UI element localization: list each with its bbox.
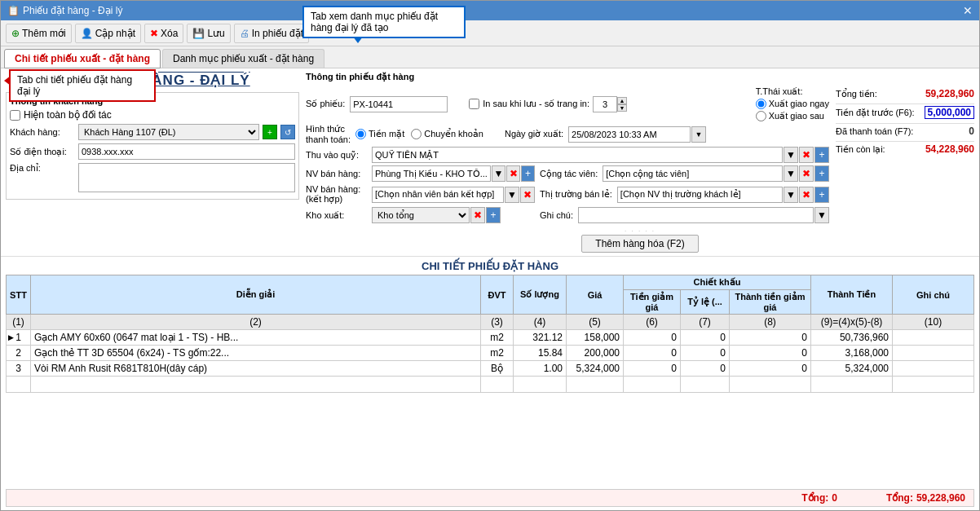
cell-ttgg-1: 0: [730, 330, 811, 346]
nv-ban-hang-kh-input[interactable]: [372, 187, 504, 203]
cell-dien-giai-2: Gạch thẻ TT 3D 65504 (6x24) - TS gốm:22.…: [31, 346, 481, 361]
tab-danh-muc[interactable]: Danh mục phiếu xuất - đặt hàng: [162, 49, 324, 68]
cong-tac-vien-clear[interactable]: ✖: [799, 165, 814, 182]
so-phieu-input[interactable]: [350, 96, 448, 112]
kho-xuat-clear[interactable]: ✖: [470, 207, 485, 223]
table-row: 3 Vòi RM Anh Rusit R681T810H(dây cáp) Bộ…: [7, 361, 974, 377]
cell-gia-3: 5,324,000: [567, 361, 624, 377]
tooltip-chi-tiet: Tab chi tiết phiếu đặt hàng đại lý: [9, 69, 156, 102]
cap-nhat-button[interactable]: 👤 Cập nhật: [75, 24, 141, 43]
nv-ban-hang-label: NV bán hàng:: [306, 169, 367, 178]
nv-ban-hang-input[interactable]: [372, 165, 491, 182]
xoa-icon: ✖: [150, 28, 158, 39]
nv-ban-hang-dropdown[interactable]: ▼: [492, 165, 505, 182]
thu-vao-quy-label: Thu vào quỹ:: [306, 150, 367, 161]
tien-mat-radio[interactable]: [355, 129, 366, 139]
t-thai-xuat-label: T.Thái xuất:: [756, 86, 829, 97]
khach-hang-row: Khách hàng: Khách Hàng 1107 (ĐL) + ↺: [10, 124, 295, 140]
nv-ban-hang-kh-clear[interactable]: ✖: [520, 187, 535, 203]
so-trang-down[interactable]: ▼: [617, 104, 627, 112]
col-dien-giai: Diễn giải: [31, 275, 481, 315]
kho-xuat-add[interactable]: +: [486, 207, 501, 223]
ngay-gio-xuat-input[interactable]: [568, 126, 691, 143]
sub-so-luong: (4): [514, 315, 567, 330]
so-dien-thoai-label: Số điện thoại:: [10, 147, 75, 157]
cell-so-luong-2: 15.84: [514, 346, 567, 361]
in-phieu-button[interactable]: 🖨 In phiếu đặt: [234, 24, 309, 43]
thu-vao-quy-input[interactable]: [372, 147, 783, 163]
dia-chi-input[interactable]: [78, 163, 295, 192]
cell-tt-1: 50,736,960: [811, 330, 893, 346]
khach-hang-refresh-btn[interactable]: ↺: [280, 125, 295, 139]
them-hang-hoa-button[interactable]: Thêm hàng hóa (F2): [581, 235, 698, 253]
footer-tong-tien-label: Tổng:: [886, 492, 913, 504]
cong-tac-vien-add[interactable]: +: [814, 165, 829, 182]
sub-dien-giai: (2): [31, 315, 481, 330]
col-dvt: ĐVT: [481, 275, 514, 315]
nv-ban-hang-kh-label: NV bán hàng:(kết hợp): [306, 184, 367, 205]
dia-chi-label: Địa chỉ:: [10, 163, 75, 174]
sub-tien-giam-gia: (6): [624, 315, 681, 330]
cong-tac-vien-input[interactable]: [603, 165, 783, 182]
in-sau-checkbox[interactable]: [469, 99, 479, 109]
xuat-giao-sau-radio[interactable]: [756, 111, 766, 121]
khach-hang-add-btn[interactable]: +: [263, 125, 277, 139]
tab-chi-tiet[interactable]: Chi tiết phiếu xuất - đặt hàng: [4, 49, 161, 68]
summary-panel: Tổng tiền: 59,228,960 Tiền đặt trước (F6…: [836, 86, 974, 223]
tien-con-lai-value: 54,228,960: [925, 143, 974, 155]
xuat-giao-sau-label: Xuất giao sau: [769, 111, 824, 121]
cong-tac-vien-dropdown[interactable]: ▼: [784, 165, 798, 182]
thu-vao-quy-add[interactable]: +: [814, 147, 829, 163]
chuyen-khoan-radio[interactable]: [411, 129, 422, 139]
add-icon: ⊕: [11, 28, 20, 39]
thi-truong-ban-le-clear[interactable]: ✖: [799, 187, 814, 203]
cell-gc-1: [893, 330, 974, 346]
thi-truong-ban-le-add[interactable]: +: [814, 187, 829, 203]
nv-ban-hang-add[interactable]: +: [521, 165, 535, 182]
cell-tt-3: 5,324,000: [811, 361, 893, 377]
them-moi-button[interactable]: ⊕ Thêm mới: [6, 24, 72, 43]
form-top-row: Số phiếu: In sau khi lưu - số trang in: …: [306, 86, 974, 223]
ghi-chu-label: Ghi chú:: [540, 210, 573, 220]
cell-gia-2: 200,000: [567, 346, 624, 361]
in-icon: 🖨: [240, 28, 249, 39]
xuat-giao-ngay-label: Xuất giao ngay: [769, 99, 829, 109]
nv-ban-hang-clear[interactable]: ✖: [506, 165, 520, 182]
them-moi-label: Thêm mới: [22, 28, 66, 39]
hien-toan-bo-checkbox[interactable]: [10, 110, 20, 121]
cell-so-luong-1: 321.12: [514, 330, 567, 346]
so-trang-up[interactable]: ▲: [617, 97, 627, 104]
nv-ban-hang-kh-dropdown[interactable]: ▼: [505, 187, 519, 203]
cell-ttgg-3: 0: [730, 361, 811, 377]
thu-vao-quy-dropdown[interactable]: ▼: [784, 147, 798, 163]
col-gia: Giá: [567, 275, 624, 315]
xoa-button[interactable]: ✖ Xóa: [144, 24, 183, 43]
cell-so-luong-3: 1.00: [514, 361, 567, 377]
thu-vao-quy-clear[interactable]: ✖: [799, 147, 814, 163]
luu-label: Lưu: [207, 28, 224, 39]
hinh-thuc-label: Hình thứcthanh toán:: [306, 124, 351, 144]
thi-truong-ban-le-dropdown[interactable]: ▼: [784, 187, 798, 203]
hien-toan-bo-row: Hiện toàn bộ đối tác: [10, 109, 295, 121]
luu-button[interactable]: 💾 Lưu: [187, 24, 230, 43]
table-row: 2 Gạch thẻ TT 3D 65504 (6x24) - TS gốm:2…: [7, 346, 974, 361]
col-thanh-tien-giam-gia: Thành tiền giảm giá: [730, 290, 811, 315]
xuat-giao-ngay-radio[interactable]: [756, 99, 766, 109]
col-ghi-chu: Ghi chú: [893, 275, 974, 315]
so-trang-input[interactable]: [593, 96, 617, 112]
ghi-chu-dropdown[interactable]: ▼: [814, 207, 829, 223]
ngay-gio-xuat-btn[interactable]: ▼: [691, 126, 706, 143]
ghi-chu-input[interactable]: [578, 207, 814, 223]
kho-xuat-select[interactable]: Kho tổng: [372, 207, 470, 223]
so-dien-thoai-input[interactable]: [78, 143, 295, 160]
window-title: Phiếu đặt hàng - Đại lý: [23, 5, 122, 16]
so-dien-thoai-row: Số điện thoại:: [10, 143, 295, 160]
close-button[interactable]: ✕: [963, 4, 973, 17]
dia-chi-row: Địa chỉ:: [10, 163, 295, 192]
hien-toan-bo-label: Hiện toàn bộ đối tác: [24, 109, 112, 121]
cell-gc-2: [893, 346, 974, 361]
thi-truong-ban-le-input[interactable]: [617, 187, 783, 203]
khach-hang-select[interactable]: Khách Hàng 1107 (ĐL): [78, 124, 259, 140]
col-stt: STT: [7, 275, 31, 315]
cell-stt-2: 2: [7, 346, 31, 361]
